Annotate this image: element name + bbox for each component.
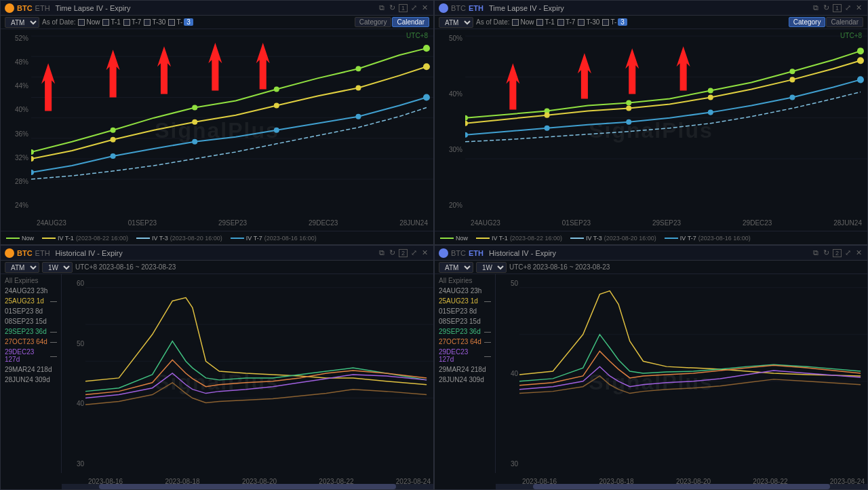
expiry-29sep23[interactable]: 29SEP23 36d —: [1, 326, 61, 337]
category-btn-tl[interactable]: Category: [355, 17, 392, 27]
expiry-08sep23[interactable]: 08SEP23 15d: [1, 316, 61, 326]
tab-eth-br[interactable]: ETH: [469, 249, 484, 257]
svg-point-23: [274, 128, 279, 133]
scrollbar-thumb-br[interactable]: [533, 484, 830, 489]
one-icon[interactable]: 1: [399, 4, 408, 12]
scrollbar-thumb-bl[interactable]: [99, 484, 396, 489]
expand-icon-tr[interactable]: ⤢: [844, 3, 852, 13]
close-icon-bl[interactable]: ✕: [420, 248, 429, 258]
svg-point-21: [111, 153, 116, 159]
expiry-29mar24[interactable]: 29MAR24 218d: [1, 364, 61, 375]
svg-point-13: [423, 45, 430, 52]
legend-t7-tl: T-7: [123, 18, 141, 26]
panel-title-tl: Time Lapse IV - Expiry: [56, 4, 375, 12]
atm-select-bl[interactable]: ATM: [5, 262, 39, 273]
svg-point-9: [111, 128, 116, 133]
expiry-24aug23-br[interactable]: 24AUG23 23h: [435, 286, 495, 296]
expiry-27oct23[interactable]: 27OCT23 64d —: [1, 337, 61, 347]
tab-btc-bl[interactable]: BTC: [17, 249, 33, 257]
atm-select-tl[interactable]: ATM: [5, 17, 39, 28]
expiry-28jun24-br[interactable]: 28JUN24 309d: [435, 375, 495, 385]
legend-now-entry-tr: Now: [440, 235, 468, 242]
tab-btc-tr[interactable]: BTC: [451, 4, 466, 12]
two-icon-br[interactable]: 2: [833, 249, 842, 257]
panel-header-bl: BTC ETH Historical IV - Expiry ⧉ ↻ 2 ⤢ ✕: [1, 246, 433, 261]
svg-point-16: [192, 119, 197, 125]
bottom-y-axis-br: 50 40 30: [496, 274, 519, 473]
expiry-29mar24-br[interactable]: 29MAR24 218d: [435, 364, 495, 375]
svg-marker-29: [208, 43, 222, 90]
expand-icon[interactable]: ⤢: [410, 3, 418, 13]
expiry-25aug23-br[interactable]: 25AUG23 1d —: [435, 296, 495, 306]
close-icon-br[interactable]: ✕: [854, 248, 863, 258]
external-link-icon-tr[interactable]: ⧉: [812, 3, 820, 13]
svg-point-22: [192, 139, 197, 145]
expiry-24aug23[interactable]: 24AUG23 23h: [1, 286, 61, 296]
scrollbar-bl[interactable]: [62, 484, 433, 489]
expiry-29dec23[interactable]: 29DEC23 127d—: [1, 347, 61, 364]
two-icon-bl[interactable]: 2: [399, 249, 408, 257]
expiry-29dec23-br[interactable]: 29DEC23 127d—: [435, 347, 495, 364]
tab-btc-br[interactable]: BTC: [451, 249, 466, 257]
refresh-icon-bl[interactable]: ↻: [388, 248, 397, 258]
one-icon-tr[interactable]: 1: [833, 4, 842, 12]
legend-t1-tl: T-1: [102, 18, 120, 26]
svg-marker-28: [157, 46, 171, 94]
external-link-icon-br[interactable]: ⧉: [812, 248, 820, 258]
svg-point-15: [111, 137, 116, 143]
svg-point-20: [31, 170, 34, 175]
refresh-icon[interactable]: ↻: [388, 3, 397, 13]
category-btn-tr[interactable]: Category: [789, 17, 826, 27]
calendar-btn-tl[interactable]: Calendar: [392, 17, 429, 27]
expiry-08sep23-br[interactable]: 08SEP23 15d: [435, 316, 495, 326]
atm-select-tr[interactable]: ATM: [439, 17, 473, 28]
external-link-icon[interactable]: ⧉: [378, 3, 386, 13]
header-icons-br: ⧉ ↻ 2 ⤢ ✕: [812, 248, 863, 258]
svg-point-39: [789, 69, 795, 74]
y-axis-tr: 50% 40% 30% 20%: [435, 29, 465, 214]
external-link-icon-bl[interactable]: ⧉: [378, 248, 386, 258]
close-icon-tr[interactable]: ✕: [854, 3, 863, 13]
refresh-icon-tr[interactable]: ↻: [822, 3, 831, 13]
header-icons-bl: ⧉ ↻ 2 ⤢ ✕: [378, 248, 429, 258]
bottom-y-axis-bl: 60 50 40 30: [62, 274, 85, 473]
legend-iv-t1-entry-tr: IV T-1(2023-08-22 16:00): [476, 235, 562, 242]
atm-select-br[interactable]: ATM: [439, 262, 473, 273]
btc-dot-bl: [5, 248, 14, 258]
svg-point-37: [626, 100, 631, 106]
expiry-28jun24[interactable]: 28JUN24 309d: [1, 375, 61, 385]
svg-point-44: [708, 94, 713, 100]
svg-point-47: [465, 132, 468, 138]
bottom-chart-svg-bl: [85, 274, 433, 442]
scrollbar-br[interactable]: [496, 484, 867, 489]
expiry-01sep23[interactable]: 01SEP23 8d: [1, 306, 61, 316]
chart-svg-tl: [31, 29, 433, 193]
svg-marker-30: [256, 43, 270, 89]
expiry-25aug23[interactable]: 25AUG23 1d —: [1, 296, 61, 306]
expand-icon-bl[interactable]: ⤢: [410, 248, 418, 258]
tab-eth-tl[interactable]: ETH: [35, 4, 50, 12]
expiry-01sep23-br[interactable]: 01SEP23 8d: [435, 306, 495, 316]
as-of-date-label: As of Date:: [42, 18, 75, 26]
bottom-chart-area-br: 50 40 30 2023-08-16 202: [496, 274, 867, 489]
toolbar-tr: ATM As of Date: Now T-1 T-7 T-30 T- 3 Ca…: [435, 16, 867, 29]
calendar-btn-tr[interactable]: Calendar: [826, 17, 863, 27]
date-range-bl: UTC+8 2023-08-16 ~ 2023-08-23: [75, 263, 176, 271]
tab-eth-bl[interactable]: ETH: [35, 249, 50, 257]
top-left-panel: BTC ETH Time Lapse IV - Expiry ⧉ ↻ 1 ⤢ ✕…: [0, 0, 434, 245]
panel-title-bl: Historical IV - Expiry: [56, 249, 375, 257]
close-icon[interactable]: ✕: [420, 3, 429, 13]
expiry-27oct23-br[interactable]: 27OCT23 64d —: [435, 337, 495, 347]
expand-icon-br[interactable]: ⤢: [844, 248, 852, 258]
legend-t3-tr: T- 3: [602, 18, 627, 26]
period-select-bl[interactable]: 1W: [42, 262, 73, 273]
panel-title-br: Historical IV - Expiry: [489, 249, 809, 257]
svg-point-18: [355, 85, 361, 90]
tab-btc-tl[interactable]: BTC: [17, 4, 33, 12]
refresh-icon-br[interactable]: ↻: [822, 248, 831, 258]
period-select-br[interactable]: 1W: [476, 262, 507, 273]
tab-eth-tr[interactable]: ETH: [469, 4, 484, 12]
svg-point-51: [789, 94, 795, 100]
expiry-29sep23-br[interactable]: 29SEP23 36d —: [435, 326, 495, 337]
panel-header-br: BTC ETH Historical IV - Expiry ⧉ ↻ 2 ⤢ ✕: [435, 246, 867, 261]
